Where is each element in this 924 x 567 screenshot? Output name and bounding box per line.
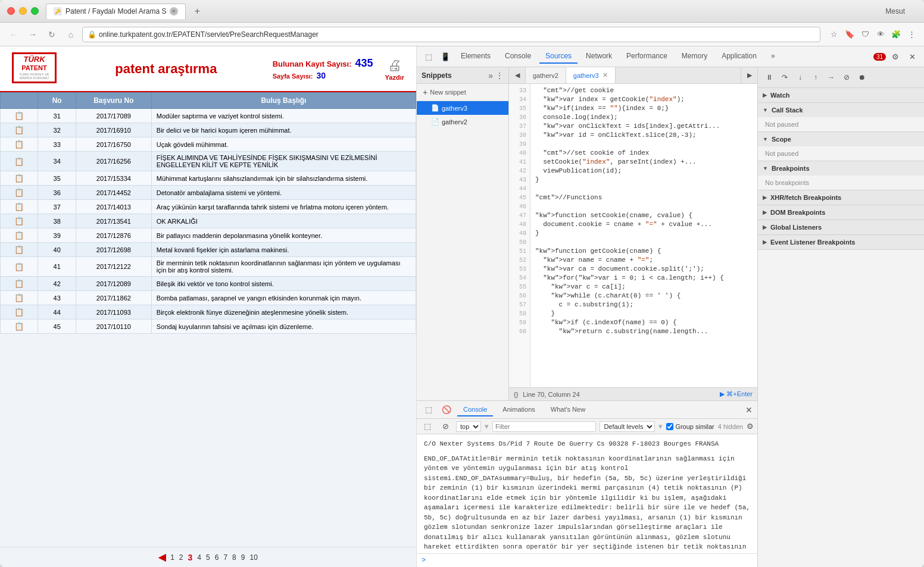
code-line[interactable]: "kw">while (c.charAt(0) == ' ') { — [535, 292, 753, 300]
table-row[interactable]: 📋 31 2017/17089 Modüler saptırma ve vazi… — [1, 109, 416, 123]
snippet-item-gatherv2[interactable]: 📄 gatherv2 — [417, 115, 508, 129]
eye-icon[interactable]: 👁 — [874, 28, 887, 41]
table-row[interactable]: 📋 44 2017/11093 Birçok elektronik fünye … — [1, 305, 416, 319]
row-title[interactable]: Bir delici ve bir harici koşum içeren mü… — [151, 123, 416, 137]
step-over-button[interactable]: ↷ — [778, 71, 791, 84]
browser-tab[interactable]: 🔑 Patent / Faydalı Model Arama S ✕ — [46, 4, 186, 19]
row-title[interactable]: Bileşik itki vektör ve tono kontrol sist… — [151, 277, 416, 291]
address-bar[interactable]: 🔒 online.turkpatent.gov.tr/EPATENT/servl… — [82, 27, 820, 42]
xhr-header[interactable]: ▶ XHR/fetch Breakpoints — [758, 190, 924, 205]
row-title[interactable]: Bir patlayıcı maddenin depolanmasına yön… — [151, 228, 416, 243]
row-title[interactable]: FİŞEK ALIMINDA VE TAHLİYESİNDE FİŞEK SIK… — [151, 152, 416, 171]
code-line[interactable]: "kw">var index = getCookie("index"); — [535, 95, 753, 104]
deactivate-breakpoints-button[interactable]: ⊘ — [840, 71, 853, 84]
mobile-icon[interactable]: 📱 — [438, 49, 452, 64]
code-view[interactable]: 3334353637383940414243444546474849505152… — [509, 84, 757, 387]
code-line[interactable]: "kw">var name = cname + "="; — [535, 256, 753, 265]
code-line[interactable] — [535, 202, 753, 211]
global-listeners-header[interactable]: ▶ Global Listeners — [758, 220, 924, 234]
page-2[interactable]: 2 — [179, 553, 183, 562]
snippets-more-icon[interactable]: » — [488, 71, 493, 80]
page-4[interactable]: 4 — [197, 553, 201, 562]
dom-breakpoints-header[interactable]: ▶ DOM Breakpoints — [758, 205, 924, 220]
back-button[interactable]: ← — [6, 27, 21, 42]
console-input[interactable] — [429, 556, 753, 565]
page-back-button[interactable]: ◀ — [158, 552, 166, 563]
editor-more-tabs[interactable]: ▶ — [741, 67, 757, 84]
code-line[interactable]: "kw">return c.substring(name.length... — [535, 327, 753, 336]
code-line[interactable]: "cmt">//get cookie — [535, 86, 753, 95]
console-expand-icon[interactable]: ⬚ — [422, 403, 436, 417]
row-title[interactable]: Uçak gövdeli mühimmat. — [151, 137, 416, 152]
console-context-select[interactable]: top — [456, 421, 481, 432]
code-line[interactable]: "cmt">//set cookie of index — [535, 149, 753, 158]
tab-network[interactable]: Network — [580, 49, 618, 64]
code-line[interactable]: } — [535, 229, 753, 238]
code-line[interactable]: "kw">if (c.indexOf(name) == 0) { — [535, 318, 753, 327]
forward-button[interactable]: → — [25, 27, 40, 42]
new-snippet-button[interactable]: + New snippet — [417, 84, 508, 101]
minimize-button[interactable] — [19, 7, 27, 15]
page-9[interactable]: 9 — [241, 553, 245, 562]
code-line[interactable]: "kw">for("kw">var i = 0; i < ca.length; … — [535, 274, 753, 283]
code-line[interactable]: "kw">function setCookie(cname, cvalue) { — [535, 211, 753, 220]
new-tab-button[interactable]: + — [189, 4, 205, 19]
table-row[interactable]: 📋 35 2017/15334 Mühimmat kartuşlarını si… — [1, 171, 416, 186]
row-title[interactable]: Bir merminin tetik noktasının koordinatl… — [151, 257, 416, 277]
code-line[interactable] — [535, 184, 753, 193]
page-6[interactable]: 6 — [215, 553, 219, 562]
code-line[interactable]: setCookie("index", parseInt(index) +... — [535, 158, 753, 167]
console-settings-icon[interactable]: ⚙ — [747, 422, 754, 431]
table-row[interactable]: 📋 37 2017/14013 Araç yükünün karşıt tara… — [1, 200, 416, 214]
call-stack-header[interactable]: ▼ Call Stack — [758, 103, 924, 117]
row-title[interactable]: Birçok elektronik fünye düzeneğinin ateş… — [151, 305, 416, 319]
console-tab-animations[interactable]: Animations — [497, 403, 541, 416]
editor-prev-tab[interactable]: ◀ — [509, 67, 526, 84]
tab-close-button[interactable]: ✕ — [170, 7, 178, 15]
run-snippet-button[interactable]: ▶ ⌘+Enter — [720, 390, 753, 398]
page-5[interactable]: 5 — [206, 553, 210, 562]
row-title[interactable]: Araç yükünün karşıt taraflarında tahrik … — [151, 200, 416, 214]
shield-icon[interactable]: 🛡 — [859, 28, 872, 41]
snippets-menu-icon[interactable]: ⋮ — [495, 71, 504, 80]
editor-tab-close[interactable]: ✕ — [603, 71, 608, 79]
tab-memory[interactable]: Memory — [676, 49, 713, 64]
code-line[interactable]: viewPublication(id); — [535, 167, 753, 176]
row-title[interactable]: Modüler saptırma ve vaziyet kontrol sist… — [151, 109, 416, 123]
console-stop-icon[interactable]: ⊘ — [438, 419, 452, 434]
print-button[interactable]: 🖨 Yazdır — [385, 57, 404, 81]
code-line[interactable]: "kw">var ca = document.cookie.split(';')… — [535, 265, 753, 274]
console-filter-input[interactable] — [492, 421, 596, 432]
event-listener-header[interactable]: ▶ Event Listener Breakpoints — [758, 235, 924, 249]
tab-more[interactable]: » — [765, 49, 781, 64]
editor-tab-gatherv2[interactable]: gatherv2 — [526, 67, 566, 84]
pause-button[interactable]: ⏸ — [763, 71, 776, 84]
console-tab-console[interactable]: Console — [457, 403, 493, 416]
close-button[interactable] — [7, 7, 15, 15]
table-row[interactable]: 📋 45 2017/10110 Sondaj kuyularının tahsi… — [1, 319, 416, 334]
table-row[interactable]: 📋 41 2017/12122 Bir merminin tetik nokta… — [1, 257, 416, 277]
tab-elements[interactable]: Elements — [455, 49, 497, 64]
table-row[interactable]: 📋 36 2017/14452 Detonatör ambalajlama si… — [1, 186, 416, 200]
code-line[interactable]: "kw">var onClickText = ids[index].getAtt… — [535, 122, 753, 131]
row-title[interactable]: Metal kovanli fişekler için astarlama ma… — [151, 243, 416, 257]
settings-icon[interactable]: ⚙ — [888, 49, 903, 64]
breakpoints-header[interactable]: ▼ Breakpoints — [758, 161, 924, 176]
tab-performance[interactable]: Performance — [620, 49, 673, 64]
row-title[interactable]: Detonatör ambalajlama sistemi ve yöntemi… — [151, 186, 416, 200]
code-line[interactable]: "kw">function getCookie(cname) { — [535, 247, 753, 256]
code-line[interactable]: document.cookie = cname + "=" + cvalue +… — [535, 220, 753, 229]
console-tab-whats-new[interactable]: What's New — [545, 403, 591, 416]
table-row[interactable]: 📋 32 2017/16910 Bir delici ve bir harici… — [1, 123, 416, 137]
page-3-active[interactable]: 3 — [188, 553, 193, 562]
step-out-button[interactable]: ↑ — [809, 71, 822, 84]
table-row[interactable]: 📋 43 2017/11862 Bomba patlaması, şarapne… — [1, 291, 416, 305]
table-row[interactable]: 📋 33 2017/16750 Uçak gövdeli mühimmat. — [1, 137, 416, 152]
console-clear-icon[interactable]: 🚫 — [439, 403, 454, 417]
table-row[interactable]: 📋 34 2017/16256 FİŞEK ALIMINDA VE TAHLİY… — [1, 152, 416, 171]
page-10[interactable]: 10 — [249, 553, 257, 562]
extension-icon[interactable]: 🧩 — [889, 28, 903, 41]
code-line[interactable]: "cmt">//Functions — [535, 193, 753, 202]
bookmark-icon[interactable]: 🔖 — [843, 28, 856, 41]
row-title[interactable]: Sondaj kuyularının tahsisi ve açılması i… — [151, 319, 416, 334]
